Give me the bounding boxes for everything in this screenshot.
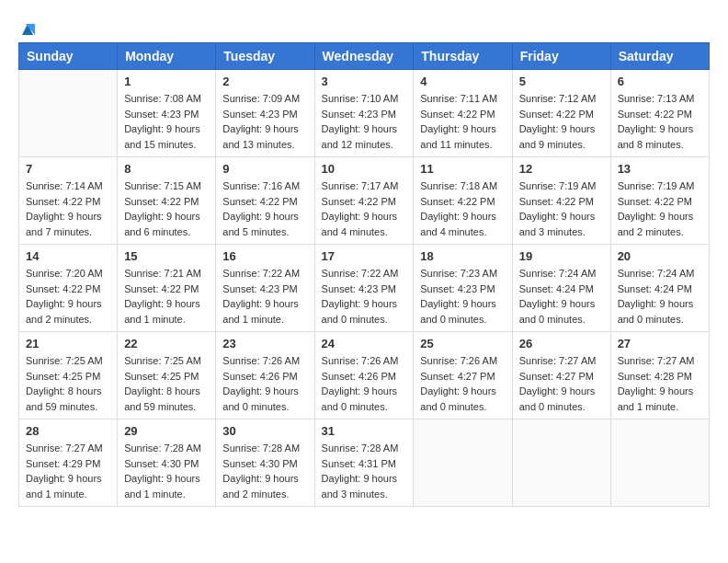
column-header-sunday: Sunday (19, 43, 118, 70)
column-header-thursday: Thursday (414, 43, 512, 70)
day-number: 27 (618, 337, 702, 350)
day-number: 28 (26, 424, 110, 438)
cell-content: Sunrise: 7:28 AM Sunset: 4:30 PM Dayligh… (124, 441, 209, 501)
calendar-cell: 12Sunrise: 7:19 AM Sunset: 4:22 PM Dayli… (512, 157, 610, 245)
column-header-monday: Monday (118, 43, 216, 70)
calendar-cell: 20Sunrise: 7:24 AM Sunset: 4:24 PM Dayli… (610, 245, 709, 332)
day-number: 22 (124, 337, 209, 350)
calendar-cell: 30Sunrise: 7:28 AM Sunset: 4:30 PM Dayli… (216, 419, 314, 507)
day-number: 2 (222, 75, 307, 88)
logo-arrow-icon (18, 18, 37, 37)
calendar-cell (512, 419, 610, 507)
day-number: 8 (124, 162, 209, 176)
cell-content: Sunrise: 7:20 AM Sunset: 4:22 PM Dayligh… (26, 266, 110, 327)
calendar-cell: 28Sunrise: 7:27 AM Sunset: 4:29 PM Dayli… (19, 419, 118, 507)
day-number: 30 (222, 424, 307, 438)
cell-content: Sunrise: 7:22 AM Sunset: 4:23 PM Dayligh… (222, 266, 307, 327)
calendar-cell: 21Sunrise: 7:25 AM Sunset: 4:25 PM Dayli… (19, 332, 118, 419)
day-number: 15 (124, 249, 209, 263)
cell-content: Sunrise: 7:22 AM Sunset: 4:23 PM Dayligh… (322, 266, 407, 327)
calendar-cell: 22Sunrise: 7:25 AM Sunset: 4:25 PM Dayli… (118, 332, 216, 419)
day-number: 26 (519, 337, 604, 350)
day-number: 6 (618, 75, 702, 88)
calendar-header-row: SundayMondayTuesdayWednesdayThursdayFrid… (19, 43, 710, 70)
day-number: 21 (26, 337, 110, 350)
cell-content: Sunrise: 7:28 AM Sunset: 4:31 PM Dayligh… (322, 441, 407, 501)
calendar-cell: 6Sunrise: 7:13 AM Sunset: 4:22 PM Daylig… (610, 70, 709, 157)
day-number: 10 (322, 162, 407, 176)
cell-content: Sunrise: 7:10 AM Sunset: 4:23 PM Dayligh… (322, 91, 407, 152)
calendar-cell: 19Sunrise: 7:24 AM Sunset: 4:24 PM Dayli… (512, 245, 610, 332)
cell-content: Sunrise: 7:26 AM Sunset: 4:26 PM Dayligh… (222, 353, 307, 414)
column-header-friday: Friday (512, 43, 610, 70)
calendar-cell: 18Sunrise: 7:23 AM Sunset: 4:23 PM Dayli… (414, 245, 512, 332)
day-number: 9 (222, 162, 307, 176)
calendar-cell: 31Sunrise: 7:28 AM Sunset: 4:31 PM Dayli… (314, 419, 414, 507)
day-number: 25 (420, 337, 505, 350)
cell-content: Sunrise: 7:25 AM Sunset: 4:25 PM Dayligh… (26, 353, 110, 414)
calendar-week-2: 7Sunrise: 7:14 AM Sunset: 4:22 PM Daylig… (19, 157, 710, 245)
cell-content: Sunrise: 7:19 AM Sunset: 4:22 PM Dayligh… (618, 178, 702, 239)
day-number: 3 (322, 75, 407, 88)
column-header-saturday: Saturday (610, 43, 709, 70)
cell-content: Sunrise: 7:27 AM Sunset: 4:28 PM Dayligh… (618, 353, 702, 414)
cell-content: Sunrise: 7:17 AM Sunset: 4:22 PM Dayligh… (322, 178, 407, 239)
day-number: 14 (26, 249, 110, 263)
calendar-cell: 26Sunrise: 7:27 AM Sunset: 4:27 PM Dayli… (512, 332, 610, 419)
calendar-cell (19, 70, 118, 157)
column-header-tuesday: Tuesday (216, 43, 314, 70)
cell-content: Sunrise: 7:11 AM Sunset: 4:22 PM Dayligh… (420, 91, 505, 152)
day-number: 4 (420, 75, 505, 88)
cell-content: Sunrise: 7:23 AM Sunset: 4:23 PM Dayligh… (420, 266, 505, 327)
calendar-cell: 1Sunrise: 7:08 AM Sunset: 4:23 PM Daylig… (118, 70, 216, 157)
calendar-cell: 14Sunrise: 7:20 AM Sunset: 4:22 PM Dayli… (19, 245, 118, 332)
day-number: 11 (420, 162, 505, 176)
day-number: 7 (26, 162, 110, 176)
day-number: 18 (420, 249, 505, 263)
cell-content: Sunrise: 7:15 AM Sunset: 4:22 PM Dayligh… (124, 178, 209, 239)
cell-content: Sunrise: 7:21 AM Sunset: 4:22 PM Dayligh… (124, 266, 209, 327)
day-number: 5 (519, 75, 604, 88)
cell-content: Sunrise: 7:26 AM Sunset: 4:26 PM Dayligh… (322, 353, 407, 414)
cell-content: Sunrise: 7:08 AM Sunset: 4:23 PM Dayligh… (124, 91, 209, 152)
cell-content: Sunrise: 7:24 AM Sunset: 4:24 PM Dayligh… (519, 266, 604, 327)
cell-content: Sunrise: 7:24 AM Sunset: 4:24 PM Dayligh… (618, 266, 702, 327)
calendar-cell: 15Sunrise: 7:21 AM Sunset: 4:22 PM Dayli… (118, 245, 216, 332)
cell-content: Sunrise: 7:26 AM Sunset: 4:27 PM Dayligh… (420, 353, 505, 414)
calendar-cell: 7Sunrise: 7:14 AM Sunset: 4:22 PM Daylig… (19, 157, 118, 245)
calendar-cell: 3Sunrise: 7:10 AM Sunset: 4:23 PM Daylig… (314, 70, 414, 157)
cell-content: Sunrise: 7:12 AM Sunset: 4:22 PM Dayligh… (519, 91, 604, 152)
calendar-cell: 10Sunrise: 7:17 AM Sunset: 4:22 PM Dayli… (314, 157, 414, 245)
calendar-cell (414, 419, 512, 507)
calendar-cell: 27Sunrise: 7:27 AM Sunset: 4:28 PM Dayli… (610, 332, 709, 419)
calendar-table: SundayMondayTuesdayWednesdayThursdayFrid… (18, 42, 710, 507)
calendar-cell: 16Sunrise: 7:22 AM Sunset: 4:23 PM Dayli… (216, 245, 314, 332)
day-number: 19 (519, 249, 604, 263)
calendar-cell: 4Sunrise: 7:11 AM Sunset: 4:22 PM Daylig… (414, 70, 512, 157)
cell-content: Sunrise: 7:09 AM Sunset: 4:23 PM Dayligh… (222, 91, 307, 152)
calendar-cell: 11Sunrise: 7:18 AM Sunset: 4:22 PM Dayli… (414, 157, 512, 245)
day-number: 20 (618, 249, 702, 263)
cell-content: Sunrise: 7:18 AM Sunset: 4:22 PM Dayligh… (420, 178, 505, 239)
cell-content: Sunrise: 7:25 AM Sunset: 4:25 PM Dayligh… (124, 353, 209, 414)
cell-content: Sunrise: 7:19 AM Sunset: 4:22 PM Dayligh… (519, 178, 604, 239)
cell-content: Sunrise: 7:27 AM Sunset: 4:27 PM Dayligh… (519, 353, 604, 414)
day-number: 12 (519, 162, 604, 176)
cell-content: Sunrise: 7:14 AM Sunset: 4:22 PM Dayligh… (26, 178, 110, 239)
calendar-week-3: 14Sunrise: 7:20 AM Sunset: 4:22 PM Dayli… (19, 245, 710, 332)
calendar-cell: 13Sunrise: 7:19 AM Sunset: 4:22 PM Dayli… (610, 157, 709, 245)
logo (18, 18, 37, 33)
day-number: 13 (618, 162, 702, 176)
calendar-cell: 9Sunrise: 7:16 AM Sunset: 4:22 PM Daylig… (216, 157, 314, 245)
day-number: 17 (322, 249, 407, 263)
calendar-cell: 2Sunrise: 7:09 AM Sunset: 4:23 PM Daylig… (216, 70, 314, 157)
calendar-cell: 24Sunrise: 7:26 AM Sunset: 4:26 PM Dayli… (314, 332, 414, 419)
day-number: 31 (322, 424, 407, 438)
cell-content: Sunrise: 7:27 AM Sunset: 4:29 PM Dayligh… (26, 441, 110, 501)
day-number: 23 (222, 337, 307, 350)
calendar-cell (610, 419, 709, 507)
calendar-week-1: 1Sunrise: 7:08 AM Sunset: 4:23 PM Daylig… (19, 70, 710, 157)
day-number: 16 (222, 249, 307, 263)
calendar-cell: 17Sunrise: 7:22 AM Sunset: 4:23 PM Dayli… (314, 245, 414, 332)
calendar-cell: 5Sunrise: 7:12 AM Sunset: 4:22 PM Daylig… (512, 70, 610, 157)
